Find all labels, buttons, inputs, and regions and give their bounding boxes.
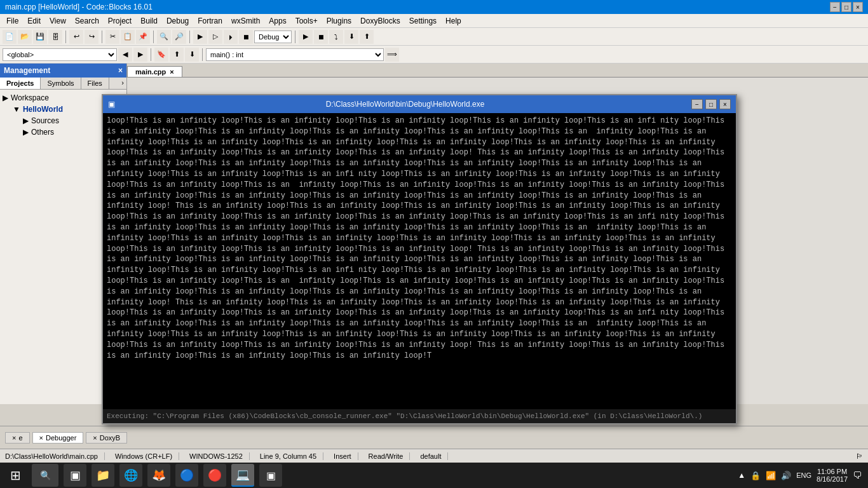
stop-btn[interactable]: ⏹ (239, 30, 253, 44)
editor-tab-main[interactable]: main.cpp × (127, 66, 182, 77)
menu-tools-plus[interactable]: Tools+ (292, 15, 322, 27)
bottom-tab-close-icon[interactable]: × (12, 434, 16, 442)
prev-bookmark-btn[interactable]: ⬆ (170, 48, 184, 62)
menu-settings[interactable]: Settings (405, 15, 440, 27)
console-close-btn[interactable]: × (719, 99, 731, 109)
menu-apps[interactable]: Apps (265, 15, 290, 27)
next-bookmark-btn[interactable]: ⬇ (185, 48, 199, 62)
tab-symbols[interactable]: Symbols (41, 78, 81, 89)
find-btn[interactable]: 🔍 (157, 30, 171, 44)
management-title: Management (4, 66, 50, 75)
separator-1 (65, 30, 66, 43)
step-out-btn[interactable]: ⬆ (360, 30, 374, 44)
bookmark-btn[interactable]: 🔖 (154, 48, 168, 62)
menu-file[interactable]: File (3, 15, 22, 27)
tray-lang[interactable]: ENG (796, 471, 811, 479)
terminal-icon: ▣ (266, 470, 276, 482)
bottom-tab-doxy[interactable]: × DoxyB (86, 432, 127, 444)
toolbar-row-2: <global> ◀ ▶ 🔖 ⬆ ⬇ main() : int ⟹ (0, 46, 868, 64)
console-maximize-btn[interactable]: □ (705, 99, 717, 109)
explorer-icon: 📁 (96, 468, 110, 482)
management-header: Management × (0, 64, 126, 78)
debug-dropdown[interactable]: Debug (254, 30, 292, 43)
go-fwd-btn[interactable]: ▶ (133, 48, 147, 62)
open-btn[interactable]: 📂 (18, 30, 32, 44)
taskbar-edge[interactable]: 🌐 (119, 464, 142, 487)
copy-btn[interactable]: 📋 (121, 30, 135, 44)
taskbar-app1[interactable]: 🔴 (203, 464, 226, 487)
menu-debug[interactable]: Debug (163, 15, 193, 27)
taskbar-codeblocks[interactable]: 💻 (231, 464, 254, 487)
save-btn[interactable]: 💾 (33, 30, 47, 44)
status-flag-icon: 🏳 (856, 452, 863, 460)
menu-project[interactable]: Project (104, 15, 135, 27)
status-language: default (420, 452, 448, 460)
sources-icon: ▶ (23, 116, 29, 125)
global-dropdown[interactable]: <global> (3, 48, 117, 61)
codeblocks-icon: 💻 (236, 468, 250, 482)
function-dropdown[interactable]: main() : int (206, 48, 384, 61)
taskbar-terminal[interactable]: ▣ (259, 464, 282, 487)
save-all-btn[interactable]: 🗄 (48, 30, 62, 44)
management-close-icon[interactable]: × (118, 66, 123, 75)
toolbar-row-1: 📄 📂 💾 🗄 ↩ ↪ ✂ 📋 📌 🔍 🔎 ▶ ▷ ⏵ ⏹ Debug ▶ ⏹ … (0, 28, 868, 46)
taskbar-explorer[interactable]: 📁 (92, 464, 114, 487)
taskbar-time-value: 11:06 PM (817, 468, 848, 475)
taskbar-clock[interactable]: 11:06 PM 8/16/2017 (817, 468, 848, 483)
bottom-tab-debugger[interactable]: × Debugger (32, 432, 84, 444)
build-run-btn[interactable]: ⏵ (224, 30, 238, 44)
step-over-btn[interactable]: ⤵ (329, 30, 343, 44)
tab-close-icon[interactable]: × (170, 68, 173, 76)
taskbar-task-view[interactable]: ▣ (64, 464, 86, 487)
action-center-icon[interactable]: 🗨 (853, 470, 862, 480)
console-controls: − □ × (691, 99, 731, 109)
redo-btn[interactable]: ↪ (85, 30, 98, 44)
run-btn[interactable]: ▷ (208, 30, 222, 44)
menu-edit[interactable]: Edit (24, 15, 44, 27)
taskbar-chrome[interactable]: 🔵 (175, 464, 198, 487)
others-label: Others (31, 128, 54, 137)
taskbar-firefox[interactable]: 🦊 (147, 464, 170, 487)
menu-build[interactable]: Build (137, 15, 161, 27)
debug-stop-btn[interactable]: ⏹ (314, 30, 328, 44)
find-replace-btn[interactable]: 🔎 (172, 30, 186, 44)
go-back-btn[interactable]: ◀ (118, 48, 132, 62)
search-icon: 🔍 (40, 470, 51, 480)
separator-5 (295, 30, 295, 43)
taskbar-search[interactable]: 🔍 (32, 464, 58, 487)
menu-fortran[interactable]: Fortran (194, 15, 226, 27)
build-btn[interactable]: ▶ (193, 30, 207, 44)
undo-btn[interactable]: ↩ (69, 30, 83, 44)
windows-logo-icon: ⊞ (10, 468, 21, 483)
bottom-panel: × e × Debugger × DoxyB (0, 426, 868, 449)
menu-search[interactable]: Search (71, 15, 103, 27)
bottom-tab-log[interactable]: × e (5, 432, 30, 444)
menu-doxyblocks[interactable]: DoxyBlocks (356, 15, 404, 27)
debug-start-btn[interactable]: ▶ (299, 30, 313, 44)
menu-plugins[interactable]: Plugins (323, 15, 355, 27)
panel-arrow[interactable]: › (119, 78, 126, 89)
bottom-tab-doxy-close[interactable]: × (93, 434, 97, 442)
step-in-btn[interactable]: ⬇ (344, 30, 358, 44)
menu-help[interactable]: Help (442, 15, 465, 27)
menu-wxsmith[interactable]: wxSmith (227, 15, 264, 27)
bottom-tab-debugger-close[interactable]: × (39, 434, 43, 442)
start-button[interactable]: ⊞ (3, 464, 28, 487)
menu-view[interactable]: View (46, 15, 70, 27)
tray-up-arrow[interactable]: ▲ (738, 471, 745, 480)
jump-btn[interactable]: ⟹ (385, 48, 399, 62)
console-minimize-btn[interactable]: − (691, 99, 703, 109)
tab-filename: main.cpp (135, 68, 166, 76)
tab-bar: main.cpp × (127, 64, 868, 78)
separator-3 (153, 30, 154, 43)
tab-files[interactable]: Files (81, 78, 109, 89)
tab-projects[interactable]: Projects (0, 78, 41, 89)
bottom-tab-log-label: e (18, 434, 22, 442)
maximize-button[interactable]: □ (841, 2, 851, 12)
paste-btn[interactable]: 📌 (136, 30, 150, 44)
title-bar: main.cpp [HelloWorld] - Code::Blocks 16.… (0, 0, 868, 14)
cut-btn[interactable]: ✂ (105, 30, 119, 44)
new-btn[interactable]: 📄 (3, 30, 17, 44)
close-button[interactable]: × (853, 2, 863, 12)
minimize-button[interactable]: − (830, 2, 840, 12)
